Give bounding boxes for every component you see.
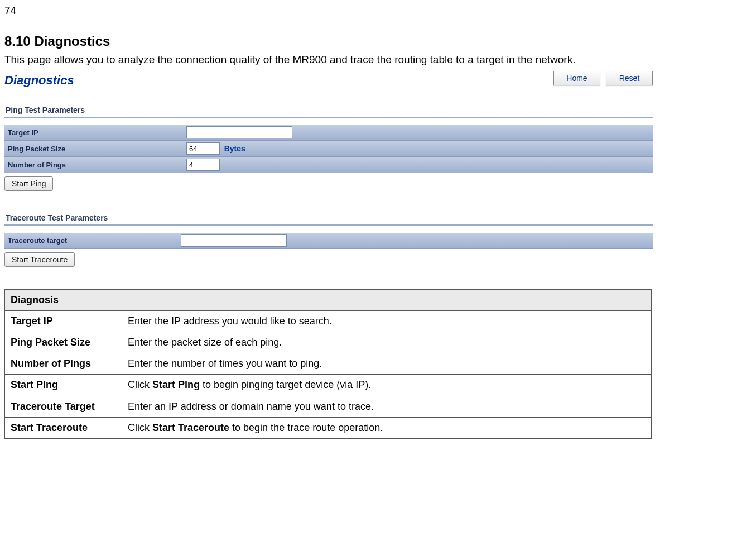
- num-pings-input[interactable]: [186, 159, 220, 171]
- reset-button[interactable]: Reset: [606, 71, 653, 85]
- section-heading: 8.10 Diagnostics: [4, 33, 756, 49]
- row-label: Target IP: [5, 310, 122, 332]
- header-buttons: Home Reset: [553, 71, 653, 85]
- intro-text: This page allows you to analyze the conn…: [4, 52, 756, 68]
- ui-title: Diagnostics: [4, 71, 74, 88]
- ui-header: Diagnostics Home Reset: [4, 71, 653, 88]
- start-traceroute-button[interactable]: Start Traceroute: [4, 252, 75, 267]
- row-label: Start Traceroute: [5, 417, 122, 438]
- ping-form-table: Target IP Ping Packet Size Bytes Number …: [4, 118, 653, 174]
- packet-size-label: Ping Packet Size: [4, 141, 183, 157]
- table-row: Number of Pings Enter the number of time…: [5, 353, 652, 375]
- row-desc: Enter the IP address you would like to s…: [122, 310, 652, 332]
- page-number: 74: [0, 0, 756, 17]
- traceroute-section-header: Traceroute Test Parameters: [4, 211, 653, 226]
- target-ip-label: Target IP: [4, 125, 183, 141]
- table-row: Traceroute Target Enter an IP address or…: [5, 396, 652, 417]
- row-desc: Enter the number of times you want to pi…: [122, 353, 652, 375]
- num-pings-label: Number of Pings: [4, 157, 183, 173]
- diagnostics-ui-panel: Diagnostics Home Reset Ping Test Paramet…: [4, 71, 653, 272]
- row-label: Ping Packet Size: [5, 332, 122, 353]
- table-row: Ping Packet Size Enter the packet size o…: [5, 332, 652, 353]
- traceroute-target-input[interactable]: [181, 234, 287, 247]
- home-button[interactable]: Home: [553, 71, 600, 85]
- table-row: Start Traceroute Click Start Traceroute …: [5, 417, 652, 438]
- ping-section-header: Ping Test Parameters: [4, 103, 653, 118]
- num-pings-row: Number of Pings: [4, 157, 653, 173]
- row-desc: Click Start Ping to begin pinging target…: [122, 375, 652, 396]
- traceroute-target-label: Traceroute target: [4, 232, 177, 248]
- packet-size-input[interactable]: [186, 142, 220, 155]
- diagnosis-table-title: Diagnosis: [5, 289, 652, 310]
- target-ip-row: Target IP: [4, 125, 653, 141]
- row-desc: Click Start Traceroute to begin the trac…: [122, 417, 652, 438]
- start-ping-button[interactable]: Start Ping: [4, 176, 53, 191]
- page-content: 8.10 Diagnostics This page allows you to…: [0, 17, 756, 439]
- diagnosis-description-table: Diagnosis Target IP Enter the IP address…: [4, 289, 652, 439]
- packet-size-unit: Bytes: [224, 144, 245, 153]
- packet-size-row: Ping Packet Size Bytes: [4, 141, 653, 157]
- row-label: Start Ping: [5, 375, 122, 396]
- table-row: Start Ping Click Start Ping to begin pin…: [5, 375, 652, 396]
- target-ip-input[interactable]: [186, 126, 292, 138]
- traceroute-target-row: Traceroute target: [4, 232, 653, 248]
- row-desc: Enter an IP address or domain name you w…: [122, 396, 652, 417]
- traceroute-form-table: Traceroute target: [4, 226, 653, 249]
- row-label: Traceroute Target: [5, 396, 122, 417]
- table-row: Target IP Enter the IP address you would…: [5, 310, 652, 332]
- row-desc: Enter the packet size of each ping.: [122, 332, 652, 353]
- row-label: Number of Pings: [5, 353, 122, 375]
